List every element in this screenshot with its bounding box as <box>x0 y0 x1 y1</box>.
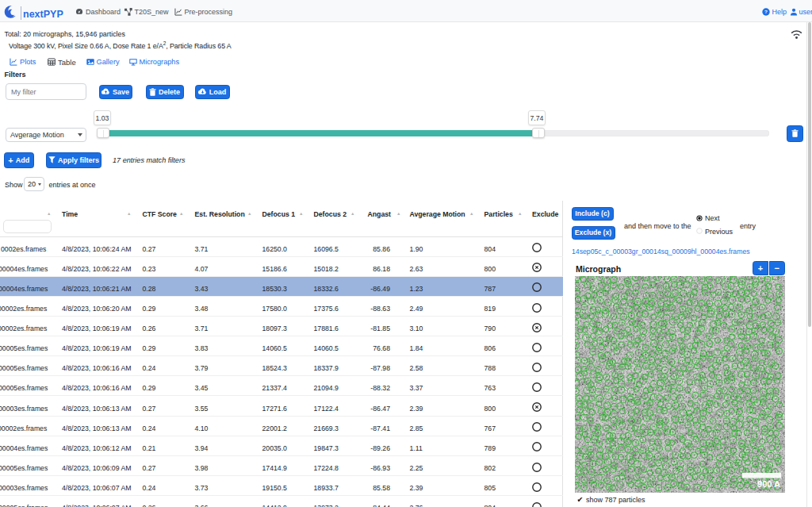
svg-text:?: ? <box>764 9 768 14</box>
svg-text:900 A: 900 A <box>757 479 780 489</box>
